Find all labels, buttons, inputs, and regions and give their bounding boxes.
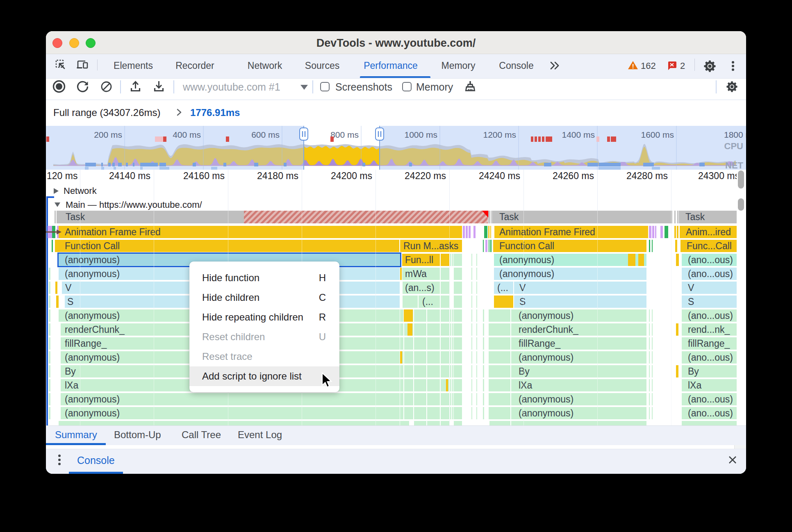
svg-text:1800 m: 1800 m	[724, 130, 746, 139]
svg-text:CPU: CPU	[724, 141, 743, 151]
svg-text:1600 ms: 1600 ms	[641, 130, 674, 139]
svg-text:800 ms: 800 ms	[330, 130, 359, 139]
svg-text:600 ms: 600 ms	[251, 130, 280, 139]
svg-text:1400 ms: 1400 ms	[562, 130, 595, 139]
svg-text:200 ms: 200 ms	[94, 130, 122, 139]
svg-text:NET: NET	[725, 160, 744, 170]
svg-text:1000 ms: 1000 ms	[404, 130, 437, 139]
svg-text:1200 ms: 1200 ms	[483, 130, 516, 139]
svg-text:400 ms: 400 ms	[173, 130, 201, 139]
